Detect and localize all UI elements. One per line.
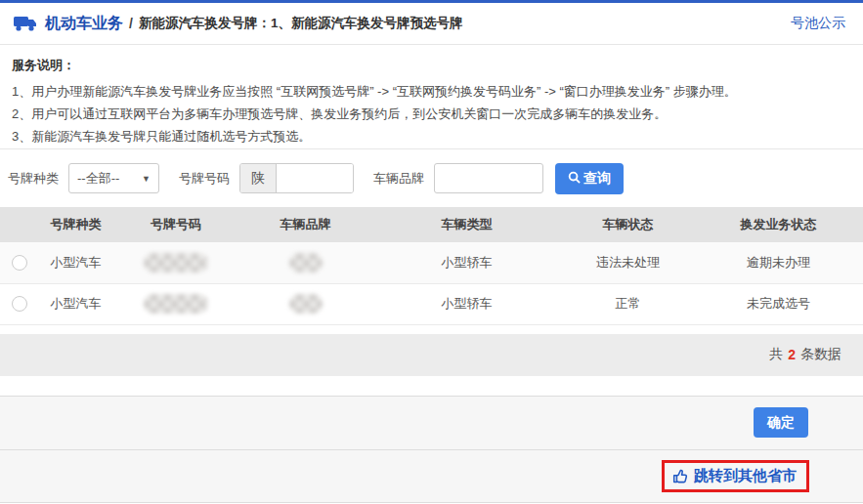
search-button[interactable]: 查询 [555,163,624,194]
col-header-plate-type: 号牌种类 [39,207,112,242]
plate-type-selected-value: --全部-- [77,170,142,188]
brand-input[interactable] [434,163,543,193]
col-header-brand: 车辆品牌 [239,207,371,242]
col-header-business-status: 换发业务状态 [694,207,863,242]
col-header-plate-no: 号牌号码 [112,207,239,242]
row-1-business-status: 逾期未办理 [694,242,863,283]
row-1-brand-redacted [289,253,323,273]
notice-line-1: 1、用户办理新能源汽车换发号牌业务应当按照 “互联网预选号牌” -> “互联网预… [12,80,849,103]
chevron-down-icon: ▼ [142,174,151,184]
row-2-radio[interactable] [12,296,27,312]
confirm-section: 确定 [0,396,863,449]
count-prefix: 共 [769,346,783,363]
plate-no-input[interactable] [277,164,353,192]
row-1-plate-number-redacted [144,253,208,273]
jump-section: 跳转到其他省市 [0,449,863,503]
plate-no-input-group: 陕 [239,163,354,193]
thumb-up-icon [672,468,689,484]
service-notice: 服务说明： 1、用户办理新能源汽车换发号牌业务应当按照 “互联网预选号牌” ->… [0,45,863,149]
notice-title: 服务说明： [12,57,849,74]
row-1-radio[interactable] [12,255,27,271]
notice-line-3: 3、新能源汽车换发号牌只能通过随机选号方式预选。 [12,125,849,147]
table-row: 小型汽车 小型轿车 违法未处理 逾期未办理 [0,242,863,283]
filter-bar: 号牌种类 --全部-- ▼ 号牌号码 陕 车辆品牌 查询 [0,149,863,207]
row-1-plate-type: 小型汽车 [39,242,112,283]
row-2-brand-redacted [289,294,323,314]
jump-to-other-province-link[interactable]: 跳转到其他省市 [672,467,797,485]
search-icon [568,171,581,187]
red-highlight-box: 跳转到其他省市 [662,460,809,492]
row-1-vehicle-type: 小型轿车 [371,242,562,283]
plate-type-select[interactable]: --全部-- ▼ [68,163,159,193]
row-2-plate-number-redacted [144,294,208,314]
page-header: 机动车业务 / 新能源汽车换发号牌：1、新能源汽车换发号牌预选号牌 号池公示 [0,3,863,45]
count-suffix: 条数据 [800,346,841,363]
header-radio-col [0,207,39,242]
row-1-vehicle-status: 违法未处理 [562,242,694,283]
plate-province-prefix: 陕 [240,164,277,192]
row-2-business-status: 未完成选号 [694,283,863,324]
table-row: 小型汽车 小型轿车 正常 未完成选号 [0,283,863,324]
confirm-button[interactable]: 确定 [754,407,808,438]
table-header-row: 号牌种类 号牌号码 车辆品牌 车辆类型 车辆状态 换发业务状态 [0,207,863,242]
record-count: 2 [788,347,796,362]
row-2-plate-type: 小型汽车 [39,283,112,324]
jump-link-label: 跳转到其他省市 [694,467,797,485]
search-button-label: 查询 [583,170,611,188]
row-2-vehicle-type: 小型轿车 [371,283,562,324]
truck-icon [14,15,37,32]
plate-type-label: 号牌种类 [8,170,59,188]
notice-line-2: 2、用户可以通过互联网平台为多辆车办理预选号牌、换发业务预约后，到公安机关窗口一… [12,103,849,125]
results-table: 号牌种类 号牌号码 车辆品牌 车辆类型 车辆状态 换发业务状态 小型汽车 小型轿… [0,207,863,325]
col-header-vehicle-status: 车辆状态 [562,207,694,242]
plate-no-label: 号牌号码 [179,170,230,188]
page-subtitle: 新能源汽车换发号牌：1、新能源汽车换发号牌预选号牌 [139,15,463,32]
row-2-vehicle-status: 正常 [562,283,694,324]
record-count-bar: 共 2 条数据 [0,334,863,376]
col-header-vehicle-type: 车辆类型 [371,207,562,242]
brand-label: 车辆品牌 [373,170,424,188]
page-title: 机动车业务 [45,14,123,34]
pool-announcement-link[interactable]: 号池公示 [791,15,845,32]
title-separator: / [129,16,133,31]
